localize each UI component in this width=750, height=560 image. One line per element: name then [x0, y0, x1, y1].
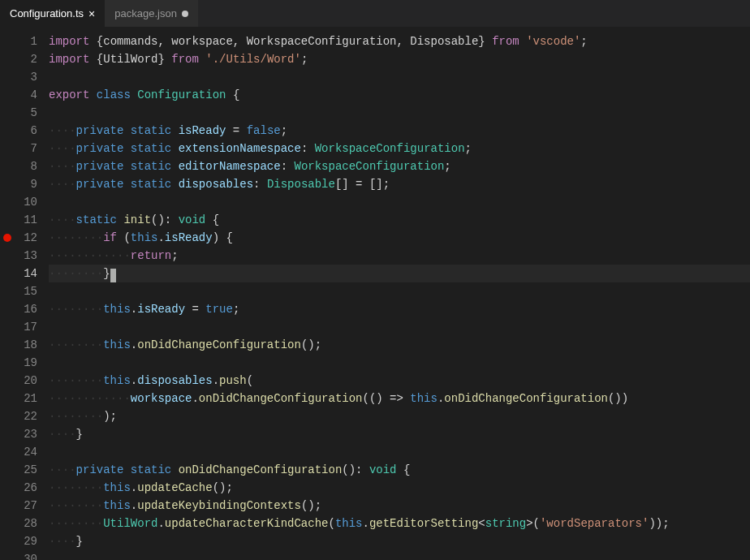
code-line: ········UtilWord.updateCharacterKindCach…: [49, 515, 750, 532]
glyph-slot[interactable]: [0, 354, 15, 372]
code-line: [49, 104, 750, 122]
code-area[interactable]: import {commands, workspace, WorkspaceCo…: [49, 28, 750, 560]
glyph-slot[interactable]: [0, 157, 15, 175]
code-line: ····private static extensionNamespace: W…: [49, 140, 750, 157]
line-number: 10: [15, 193, 37, 211]
glyph-slot[interactable]: [0, 425, 15, 443]
tab-label: Configuration.ts: [10, 7, 84, 19]
tab-package-json[interactable]: package.json: [105, 0, 198, 27]
code-line: [49, 282, 750, 300]
glyph-slot[interactable]: [0, 282, 15, 300]
glyph-slot[interactable]: [0, 140, 15, 157]
line-number: 14: [15, 265, 37, 282]
glyph-slot[interactable]: [0, 336, 15, 354]
breakpoint-icon[interactable]: [3, 234, 11, 242]
code-line: ········this.onDidChangeConfiguration();: [49, 336, 750, 354]
line-number: 19: [15, 354, 37, 372]
line-number: 27: [15, 497, 37, 515]
code-line: ····static init(): void {: [49, 211, 750, 229]
code-line: ············return;: [49, 247, 750, 265]
line-number: 21: [15, 390, 37, 407]
line-number: 13: [15, 247, 37, 265]
glyph-slot[interactable]: [0, 265, 15, 282]
code-line: ············workspace.onDidChangeConfigu…: [49, 390, 750, 407]
code-line: ····private static disposables: Disposab…: [49, 175, 750, 193]
glyph-slot[interactable]: [0, 175, 15, 193]
tab-label: package.json: [114, 7, 177, 19]
glyph-slot[interactable]: [0, 193, 15, 211]
code-line: ········this.updateCache();: [49, 479, 750, 497]
glyph-slot[interactable]: [0, 372, 15, 390]
glyph-slot[interactable]: [0, 550, 15, 560]
code-line: import {UtilWord} from './Utils/Word';: [49, 50, 750, 68]
code-line: ········this.updateKeybindingContexts();: [49, 497, 750, 515]
code-line: [49, 550, 750, 560]
glyph-slot[interactable]: [0, 300, 15, 318]
tab-configuration-ts[interactable]: Configuration.ts ×: [0, 0, 105, 27]
line-number: 24: [15, 443, 37, 461]
line-number: 17: [15, 318, 37, 336]
glyph-slot[interactable]: [0, 68, 15, 86]
code-line: ····private static onDidChangeConfigurat…: [49, 461, 750, 479]
glyph-slot[interactable]: [0, 211, 15, 229]
code-line: [49, 443, 750, 461]
dirty-indicator-icon: [182, 11, 188, 17]
glyph-slot[interactable]: [0, 318, 15, 336]
line-number: 5: [15, 104, 37, 122]
line-number: 22: [15, 407, 37, 425]
glyph-slot[interactable]: [0, 122, 15, 140]
code-line: ········this.isReady = true;: [49, 300, 750, 318]
code-line: [49, 354, 750, 372]
line-number: 30: [15, 550, 37, 560]
close-icon[interactable]: ×: [88, 8, 95, 19]
code-line: [49, 68, 750, 86]
glyph-slot[interactable]: [0, 32, 15, 50]
line-number: 3: [15, 68, 37, 86]
line-number: 16: [15, 300, 37, 318]
line-number: 26: [15, 479, 37, 497]
line-number: 12: [15, 229, 37, 247]
code-line: [49, 193, 750, 211]
code-line: ········if (this.isReady) {: [49, 229, 750, 247]
glyph-slot[interactable]: [0, 515, 15, 532]
line-number: 28: [15, 515, 37, 532]
line-number: 29: [15, 532, 37, 550]
line-number: 15: [15, 282, 37, 300]
line-number: 6: [15, 122, 37, 140]
code-editor[interactable]: 1234567891011121314151617181920212223242…: [0, 28, 750, 560]
glyph-slot[interactable]: [0, 443, 15, 461]
line-number: 7: [15, 140, 37, 157]
line-number: 2: [15, 50, 37, 68]
code-line: ········);: [49, 407, 750, 425]
line-number: 8: [15, 157, 37, 175]
line-number: 1: [15, 32, 37, 50]
line-number-gutter[interactable]: 1234567891011121314151617181920212223242…: [15, 28, 49, 560]
glyph-slot[interactable]: [0, 86, 15, 104]
glyph-slot[interactable]: [0, 461, 15, 479]
code-line-current: ········}: [49, 265, 750, 282]
code-line: import {commands, workspace, WorkspaceCo…: [49, 32, 750, 50]
code-line: ····private static editorNamespace: Work…: [49, 157, 750, 175]
code-line: ····}: [49, 425, 750, 443]
line-number: 9: [15, 175, 37, 193]
line-number: 18: [15, 336, 37, 354]
glyph-slot[interactable]: [0, 532, 15, 550]
code-line: export class Configuration {: [49, 86, 750, 104]
glyph-slot[interactable]: [0, 497, 15, 515]
glyph-slot[interactable]: [0, 50, 15, 68]
glyph-slot[interactable]: [0, 390, 15, 407]
line-number: 23: [15, 425, 37, 443]
code-line: ····private static isReady = false;: [49, 122, 750, 140]
line-number: 25: [15, 461, 37, 479]
glyph-slot[interactable]: [0, 104, 15, 122]
glyph-slot[interactable]: [0, 229, 15, 247]
tab-bar: Configuration.ts × package.json: [0, 0, 750, 28]
glyph-margin[interactable]: [0, 28, 15, 560]
code-line: [49, 318, 750, 336]
glyph-slot[interactable]: [0, 407, 15, 425]
code-line: ····}: [49, 532, 750, 550]
line-number: 11: [15, 211, 37, 229]
glyph-slot[interactable]: [0, 479, 15, 497]
glyph-slot[interactable]: [0, 247, 15, 265]
text-cursor: [110, 269, 116, 282]
